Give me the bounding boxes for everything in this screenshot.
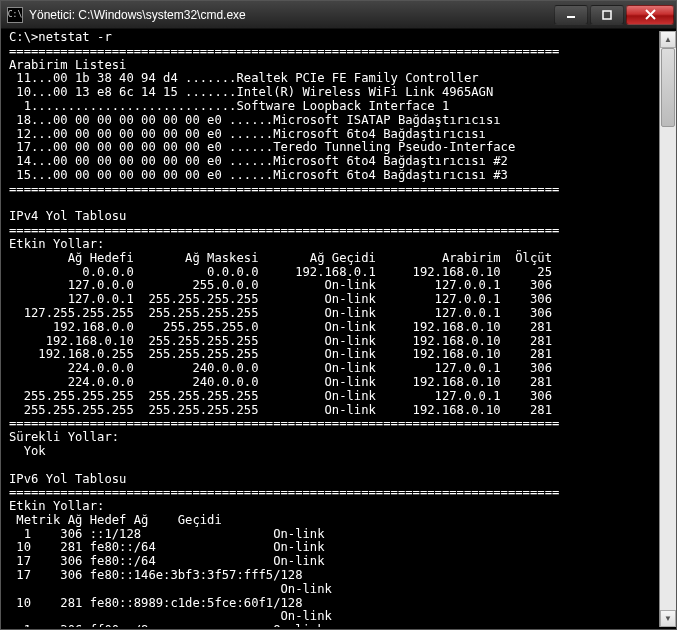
console-output[interactable]: C:\>netstat -r =========================… bbox=[9, 31, 659, 627]
window-title: Yönetici: C:\Windows\system32\cmd.exe bbox=[29, 8, 554, 22]
scroll-thumb[interactable] bbox=[661, 48, 675, 127]
scroll-up-button[interactable]: ▲ bbox=[660, 31, 676, 48]
console-client-area: C:\>netstat -r =========================… bbox=[1, 29, 676, 629]
scroll-down-button[interactable]: ▼ bbox=[660, 610, 676, 627]
svg-rect-1 bbox=[603, 11, 611, 19]
app-icon: C:\ bbox=[7, 7, 23, 23]
maximize-button[interactable] bbox=[590, 5, 624, 25]
vertical-scrollbar[interactable]: ▲ ▼ bbox=[659, 31, 676, 627]
window-titlebar: C:\ Yönetici: C:\Windows\system32\cmd.ex… bbox=[1, 1, 676, 29]
close-button[interactable] bbox=[626, 5, 674, 25]
scroll-track[interactable] bbox=[660, 48, 676, 610]
minimize-button[interactable] bbox=[554, 5, 588, 25]
